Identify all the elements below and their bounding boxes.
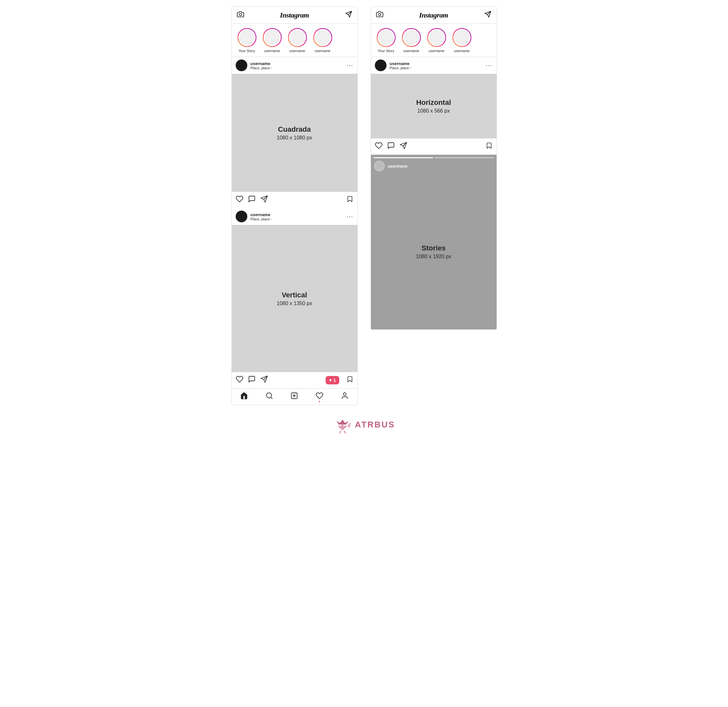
story-label-your-right: Your Story xyxy=(378,49,394,53)
story-frame: usermane Stories 1080 x 1920 px xyxy=(371,155,497,329)
story-user3-left[interactable]: username xyxy=(313,27,333,53)
svg-point-20 xyxy=(344,393,346,395)
story-title: Stories xyxy=(422,244,446,252)
post-horizontal-avatar xyxy=(375,59,387,71)
brand-name: ATRBUS xyxy=(355,420,395,430)
bookmark-icon-square[interactable] xyxy=(347,195,354,205)
post-horizontal-more[interactable]: ··· xyxy=(485,62,493,69)
post-horizontal-actions xyxy=(371,139,497,155)
notif-heart-icon: ♥ xyxy=(329,378,331,383)
notif-count: 1 xyxy=(334,378,336,383)
nav-profile[interactable] xyxy=(341,392,349,401)
post-square-header-left: username Place, place › xyxy=(235,59,272,71)
instagram-logo-right: Instagram xyxy=(419,11,448,19)
post-vertical-user-info: username Place, place › xyxy=(251,212,272,221)
post-horizontal-subtitle: 1080 x 566 px xyxy=(417,108,450,114)
comment-icon-horizontal[interactable] xyxy=(387,142,395,152)
like-icon-square[interactable] xyxy=(235,195,243,205)
bookmark-icon-vertical[interactable] xyxy=(347,376,354,385)
right-phone: Instagram Your Story xyxy=(371,6,497,330)
story-label-user1-right: username xyxy=(403,49,419,53)
comment-icon-vertical[interactable] xyxy=(248,375,256,385)
left-stories-row: Your Story username xyxy=(232,24,357,57)
story-user3-right[interactable]: username xyxy=(452,27,472,53)
footer-logo: ATRBUS xyxy=(333,415,395,434)
story-your-right[interactable]: Your Story xyxy=(376,27,396,53)
send-icon-right[interactable] xyxy=(484,11,491,19)
story-label-user3-right: username xyxy=(454,49,470,53)
post-square-more[interactable]: ··· xyxy=(347,62,353,69)
svg-point-4 xyxy=(240,30,254,45)
nav-search[interactable] xyxy=(266,392,273,401)
svg-point-21 xyxy=(378,13,381,16)
svg-point-8 xyxy=(290,30,305,45)
story-user-row: usermane xyxy=(371,158,497,174)
story-label-user2-left: username xyxy=(289,49,305,53)
bookmark-icon-horizontal[interactable] xyxy=(485,142,493,151)
instagram-logo-left: Instagram xyxy=(280,11,309,19)
right-stories-row: Your Story username user xyxy=(371,24,497,57)
post-vertical-avatar xyxy=(235,211,247,222)
post-square-actions xyxy=(232,192,357,208)
svg-point-27 xyxy=(404,30,419,45)
notification-badge[interactable]: ♥ 1 xyxy=(326,376,339,384)
post-square-user-info: username Place, place › xyxy=(251,61,272,70)
share-icon-vertical[interactable] xyxy=(260,375,268,385)
comment-icon-square[interactable] xyxy=(248,195,256,205)
post-horizontal-username: username xyxy=(390,61,411,66)
svg-point-0 xyxy=(239,13,241,16)
nav-heart[interactable] xyxy=(316,392,324,401)
post-square-username: username xyxy=(251,61,272,66)
story-user1-right[interactable]: username xyxy=(402,27,422,53)
story-label-user3-left: username xyxy=(315,49,331,53)
story-subtitle: 1080 x 1920 px xyxy=(416,254,451,260)
share-icon-horizontal[interactable] xyxy=(399,142,407,152)
camera-icon-left[interactable] xyxy=(237,11,244,19)
chevron-right-icon-2: › xyxy=(270,218,271,221)
send-icon-left[interactable] xyxy=(345,11,352,19)
nav-add[interactable] xyxy=(290,392,298,401)
post-vertical-subtitle: 1080 x 1350 px xyxy=(277,301,312,306)
svg-point-29 xyxy=(429,30,444,45)
svg-marker-39 xyxy=(347,422,351,429)
post-horizontal: username Place, place › ··· Horizontal 1… xyxy=(371,57,497,155)
share-icon-square[interactable] xyxy=(260,195,268,205)
story-user2-left[interactable]: username xyxy=(287,27,308,53)
post-square-location: Place, place › xyxy=(251,66,272,70)
svg-point-25 xyxy=(379,30,394,45)
post-square-header: username Place, place › ··· xyxy=(232,57,357,74)
post-square-image: Cuadrada 1080 x 1080 px xyxy=(232,74,357,192)
post-square-title: Cuadrada xyxy=(278,125,311,134)
post-vertical-username: username xyxy=(251,212,272,217)
story-user2-right[interactable]: username xyxy=(427,27,447,53)
story-label-user1-left: username xyxy=(264,49,280,53)
svg-marker-34 xyxy=(338,426,347,431)
story-label-your-left: Your Story xyxy=(238,49,255,53)
svg-line-16 xyxy=(271,397,272,399)
post-vertical-header-left: username Place, place › xyxy=(235,211,272,222)
right-header: Instagram xyxy=(371,7,497,24)
story-your-left[interactable]: Your Story xyxy=(237,27,257,53)
nav-home[interactable] xyxy=(240,392,248,401)
story-frame-username: usermane xyxy=(388,164,407,169)
post-horizontal-location: Place, place › xyxy=(390,66,411,70)
post-vertical-location: Place, place › xyxy=(251,217,272,221)
post-vertical-header: username Place, place › ··· xyxy=(232,208,357,225)
post-square-subtitle: 1080 x 1080 px xyxy=(277,135,312,141)
story-user1-left[interactable]: username xyxy=(262,27,282,53)
post-vertical: username Place, place › ··· Vertical 108… xyxy=(232,208,357,388)
post-horizontal-image: Horizontal 1080 x 566 px xyxy=(371,74,497,139)
post-square: username Place, place › ··· Cuadrada 108… xyxy=(232,57,357,208)
svg-point-6 xyxy=(265,30,280,45)
camera-icon-right[interactable] xyxy=(376,11,383,19)
post-vertical-more[interactable]: ··· xyxy=(347,213,353,220)
svg-marker-41 xyxy=(344,431,347,434)
post-horizontal-header-left: username Place, place › xyxy=(375,59,411,71)
post-vertical-title: Vertical xyxy=(282,291,307,299)
post-horizontal-user-info: username Place, place › xyxy=(390,61,411,70)
like-icon-horizontal[interactable] xyxy=(375,142,383,152)
notif-heart-container: ♥ 1 xyxy=(326,376,339,384)
story-progress-bars xyxy=(371,155,497,158)
like-icon-vertical[interactable] xyxy=(235,375,243,385)
fox-icon xyxy=(333,415,352,434)
